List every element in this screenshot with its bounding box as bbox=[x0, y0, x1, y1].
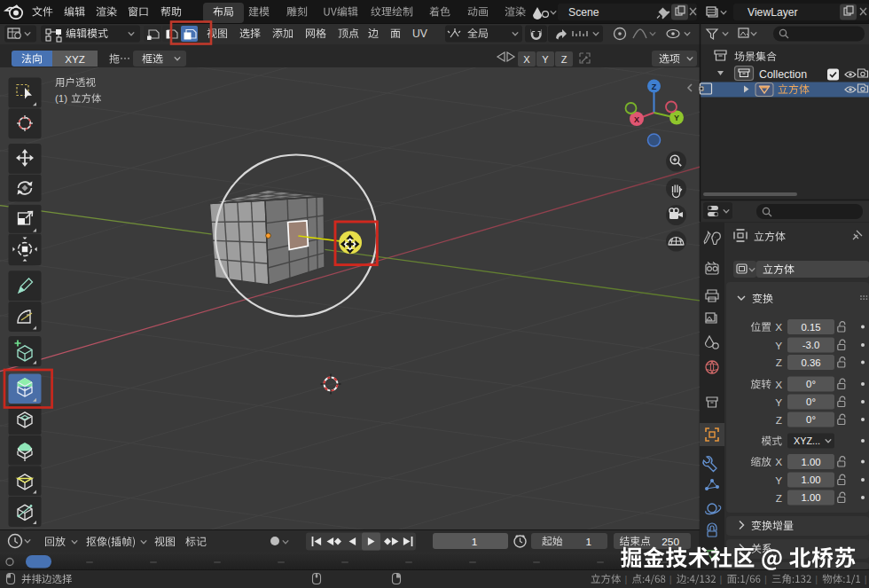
svg-text:XYZ...: XYZ... bbox=[794, 435, 820, 446]
svg-text:(1): (1) bbox=[55, 93, 67, 104]
svg-text:Z: Z bbox=[776, 357, 782, 369]
svg-text:Z: Z bbox=[776, 492, 782, 505]
svg-text:0.15: 0.15 bbox=[802, 322, 821, 333]
svg-text:ViewLayer: ViewLayer bbox=[748, 6, 798, 19]
svg-text:X: X bbox=[775, 379, 782, 391]
svg-text:Y: Y bbox=[775, 340, 782, 352]
svg-text:0.36: 0.36 bbox=[802, 357, 821, 368]
svg-text:0°: 0° bbox=[806, 414, 816, 425]
svg-text:Y: Y bbox=[674, 114, 679, 122]
svg-text:Scene: Scene bbox=[568, 6, 599, 19]
svg-text:Collection: Collection bbox=[759, 68, 807, 81]
svg-text:0°: 0° bbox=[806, 396, 816, 407]
svg-text:X: X bbox=[775, 456, 782, 468]
svg-text:X: X bbox=[634, 115, 639, 124]
svg-text:XYZ: XYZ bbox=[65, 54, 84, 65]
svg-text:Y: Y bbox=[775, 396, 782, 409]
svg-text:Y: Y bbox=[542, 54, 549, 65]
svg-text:Z: Z bbox=[561, 54, 568, 65]
svg-text:-3.0: -3.0 bbox=[802, 340, 819, 350]
svg-text:1: 1 bbox=[585, 536, 591, 548]
svg-text:250: 250 bbox=[662, 536, 679, 548]
svg-text:|: | bbox=[764, 574, 767, 584]
svg-text:1.00: 1.00 bbox=[802, 492, 821, 503]
svg-text:Z: Z bbox=[652, 82, 657, 91]
svg-text:1.00: 1.00 bbox=[802, 457, 821, 467]
svg-text:X: X bbox=[523, 54, 530, 65]
svg-text:0°: 0° bbox=[806, 379, 816, 389]
svg-text:Y: Y bbox=[775, 474, 782, 487]
svg-text:|: | bbox=[815, 574, 818, 584]
svg-text:X: X bbox=[775, 321, 782, 333]
svg-text:|: | bbox=[865, 574, 867, 584]
svg-text:UV: UV bbox=[412, 27, 428, 40]
svg-text:|: | bbox=[625, 574, 628, 584]
svg-text:|: | bbox=[720, 574, 723, 584]
svg-text:1.00: 1.00 bbox=[802, 474, 821, 485]
svg-text:Z: Z bbox=[776, 414, 782, 427]
svg-text:1: 1 bbox=[472, 536, 478, 548]
svg-text:|: | bbox=[669, 574, 672, 584]
